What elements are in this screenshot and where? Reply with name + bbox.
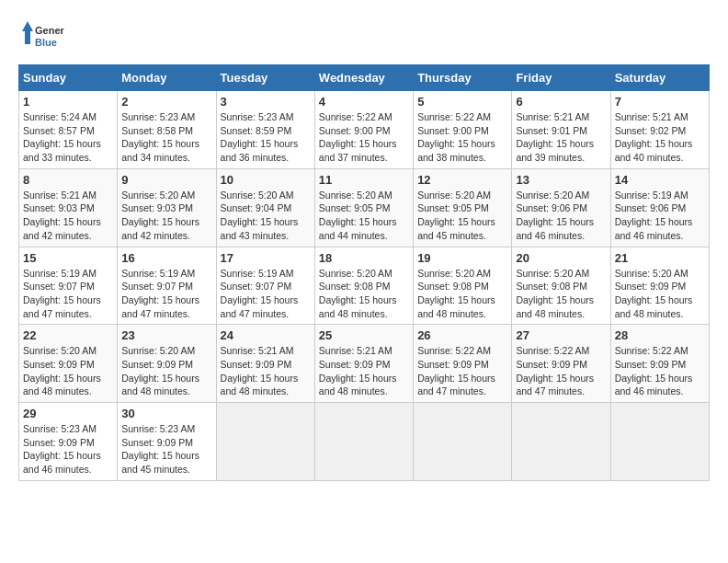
weekday-header-friday: Friday (512, 65, 610, 91)
calendar-cell: 9Sunrise: 5:20 AMSunset: 9:03 PMDaylight… (118, 168, 216, 247)
calendar-cell: 20Sunrise: 5:20 AMSunset: 9:08 PMDayligh… (512, 247, 610, 325)
cell-info: Sunrise: 5:20 AMSunset: 9:04 PMDaylight:… (221, 189, 311, 243)
cell-info: Sunrise: 5:22 AMSunset: 9:09 PMDaylight:… (516, 344, 606, 398)
cell-info: Sunrise: 5:20 AMSunset: 9:08 PMDaylight:… (319, 267, 409, 321)
cell-info: Sunrise: 5:21 AMSunset: 9:01 PMDaylight:… (516, 110, 606, 165)
svg-marker-2 (22, 21, 33, 44)
calendar-cell: 28Sunrise: 5:22 AMSunset: 9:09 PMDayligh… (610, 325, 709, 403)
calendar-cell: 13Sunrise: 5:20 AMSunset: 9:06 PMDayligh… (512, 168, 610, 247)
day-number: 12 (417, 173, 507, 187)
logo-svg: General Blue (18, 18, 64, 55)
day-number: 29 (23, 407, 113, 420)
cell-info: Sunrise: 5:19 AMSunset: 9:07 PMDaylight:… (121, 267, 211, 321)
calendar-week-row: 1Sunrise: 5:24 AMSunset: 8:57 PMDaylight… (19, 91, 710, 169)
calendar-cell: 30Sunrise: 5:23 AMSunset: 9:09 PMDayligh… (118, 403, 216, 481)
calendar-cell (512, 403, 610, 481)
cell-info: Sunrise: 5:20 AMSunset: 9:05 PMDaylight:… (319, 189, 409, 243)
day-number: 24 (221, 328, 311, 342)
day-number: 5 (417, 95, 507, 109)
calendar-cell: 11Sunrise: 5:20 AMSunset: 9:05 PMDayligh… (314, 168, 413, 247)
calendar-week-row: 8Sunrise: 5:21 AMSunset: 9:03 PMDaylight… (19, 168, 710, 247)
weekday-header-sunday: Sunday (19, 65, 118, 91)
calendar-cell: 3Sunrise: 5:23 AMSunset: 8:59 PMDaylight… (216, 91, 314, 169)
calendar-cell: 1Sunrise: 5:24 AMSunset: 8:57 PMDaylight… (19, 91, 118, 169)
calendar-cell: 23Sunrise: 5:20 AMSunset: 9:09 PMDayligh… (118, 325, 216, 403)
calendar-cell: 8Sunrise: 5:21 AMSunset: 9:03 PMDaylight… (19, 168, 118, 247)
calendar-cell: 21Sunrise: 5:20 AMSunset: 9:09 PMDayligh… (610, 247, 709, 325)
cell-info: Sunrise: 5:22 AMSunset: 9:09 PMDaylight:… (615, 344, 705, 398)
header: General Blue (18, 18, 710, 55)
day-number: 6 (516, 95, 606, 109)
cell-info: Sunrise: 5:20 AMSunset: 9:03 PMDaylight:… (121, 189, 211, 243)
calendar-cell: 7Sunrise: 5:21 AMSunset: 9:02 PMDaylight… (610, 91, 709, 169)
cell-info: Sunrise: 5:23 AMSunset: 8:59 PMDaylight:… (221, 110, 311, 165)
day-number: 3 (221, 95, 311, 109)
cell-info: Sunrise: 5:20 AMSunset: 9:06 PMDaylight:… (516, 189, 606, 243)
cell-info: Sunrise: 5:20 AMSunset: 9:09 PMDaylight:… (23, 344, 113, 398)
cell-info: Sunrise: 5:20 AMSunset: 9:09 PMDaylight:… (615, 267, 705, 321)
day-number: 13 (516, 173, 606, 187)
cell-info: Sunrise: 5:20 AMSunset: 9:09 PMDaylight:… (121, 344, 211, 398)
cell-info: Sunrise: 5:21 AMSunset: 9:03 PMDaylight:… (23, 189, 113, 243)
day-number: 9 (121, 173, 211, 187)
day-number: 20 (516, 251, 606, 265)
cell-info: Sunrise: 5:20 AMSunset: 9:08 PMDaylight:… (417, 267, 507, 321)
calendar-cell: 2Sunrise: 5:23 AMSunset: 8:58 PMDaylight… (118, 91, 216, 169)
day-number: 30 (121, 407, 211, 420)
day-number: 11 (319, 173, 409, 187)
svg-text:Blue: Blue (35, 37, 57, 48)
cell-info: Sunrise: 5:19 AMSunset: 9:07 PMDaylight:… (23, 267, 113, 321)
day-number: 25 (319, 328, 409, 342)
day-number: 2 (121, 95, 211, 109)
calendar-cell (314, 403, 413, 481)
day-number: 7 (615, 95, 705, 109)
cell-info: Sunrise: 5:19 AMSunset: 9:06 PMDaylight:… (615, 189, 705, 243)
weekday-header-monday: Monday (118, 65, 216, 91)
calendar-week-row: 29Sunrise: 5:23 AMSunset: 9:09 PMDayligh… (19, 403, 710, 481)
weekday-header-row: SundayMondayTuesdayWednesdayThursdayFrid… (19, 65, 710, 91)
cell-info: Sunrise: 5:19 AMSunset: 9:07 PMDaylight:… (221, 267, 311, 321)
day-number: 1 (23, 95, 113, 109)
day-number: 8 (23, 173, 113, 187)
cell-info: Sunrise: 5:20 AMSunset: 9:08 PMDaylight:… (516, 267, 606, 321)
day-number: 26 (417, 328, 507, 342)
calendar-cell: 14Sunrise: 5:19 AMSunset: 9:06 PMDayligh… (610, 168, 709, 247)
calendar-cell: 4Sunrise: 5:22 AMSunset: 9:00 PMDaylight… (314, 91, 413, 169)
cell-info: Sunrise: 5:24 AMSunset: 8:57 PMDaylight:… (23, 110, 113, 165)
calendar-cell: 17Sunrise: 5:19 AMSunset: 9:07 PMDayligh… (216, 247, 314, 325)
day-number: 18 (319, 251, 409, 265)
cell-info: Sunrise: 5:22 AMSunset: 9:00 PMDaylight:… (417, 110, 507, 165)
calendar-cell: 22Sunrise: 5:20 AMSunset: 9:09 PMDayligh… (19, 325, 118, 403)
calendar-cell: 16Sunrise: 5:19 AMSunset: 9:07 PMDayligh… (118, 247, 216, 325)
day-number: 21 (615, 251, 705, 265)
calendar-cell (216, 403, 314, 481)
calendar-cell (414, 403, 512, 481)
day-number: 17 (221, 251, 311, 265)
calendar-cell: 10Sunrise: 5:20 AMSunset: 9:04 PMDayligh… (216, 168, 314, 247)
calendar-cell: 26Sunrise: 5:22 AMSunset: 9:09 PMDayligh… (414, 325, 512, 403)
cell-info: Sunrise: 5:23 AMSunset: 9:09 PMDaylight:… (23, 422, 113, 477)
cell-info: Sunrise: 5:22 AMSunset: 9:09 PMDaylight:… (417, 344, 507, 398)
cell-info: Sunrise: 5:22 AMSunset: 9:00 PMDaylight:… (319, 110, 409, 165)
calendar-cell: 27Sunrise: 5:22 AMSunset: 9:09 PMDayligh… (512, 325, 610, 403)
day-number: 19 (417, 251, 507, 265)
calendar-cell: 25Sunrise: 5:21 AMSunset: 9:09 PMDayligh… (314, 325, 413, 403)
logo: General Blue (18, 18, 64, 55)
calendar-cell: 5Sunrise: 5:22 AMSunset: 9:00 PMDaylight… (414, 91, 512, 169)
calendar-cell: 18Sunrise: 5:20 AMSunset: 9:08 PMDayligh… (314, 247, 413, 325)
day-number: 22 (23, 328, 113, 342)
calendar-week-row: 22Sunrise: 5:20 AMSunset: 9:09 PMDayligh… (19, 325, 710, 403)
calendar-cell (610, 403, 709, 481)
calendar-table: SundayMondayTuesdayWednesdayThursdayFrid… (18, 64, 710, 481)
calendar-week-row: 15Sunrise: 5:19 AMSunset: 9:07 PMDayligh… (19, 247, 710, 325)
cell-info: Sunrise: 5:23 AMSunset: 9:09 PMDaylight:… (121, 422, 211, 477)
weekday-header-tuesday: Tuesday (216, 65, 314, 91)
cell-info: Sunrise: 5:23 AMSunset: 8:58 PMDaylight:… (121, 110, 211, 165)
weekday-header-saturday: Saturday (610, 65, 709, 91)
day-number: 23 (121, 328, 211, 342)
cell-info: Sunrise: 5:21 AMSunset: 9:02 PMDaylight:… (615, 110, 705, 165)
calendar-cell: 24Sunrise: 5:21 AMSunset: 9:09 PMDayligh… (216, 325, 314, 403)
cell-info: Sunrise: 5:21 AMSunset: 9:09 PMDaylight:… (221, 344, 311, 398)
calendar-cell: 15Sunrise: 5:19 AMSunset: 9:07 PMDayligh… (19, 247, 118, 325)
svg-text:General: General (35, 25, 64, 36)
